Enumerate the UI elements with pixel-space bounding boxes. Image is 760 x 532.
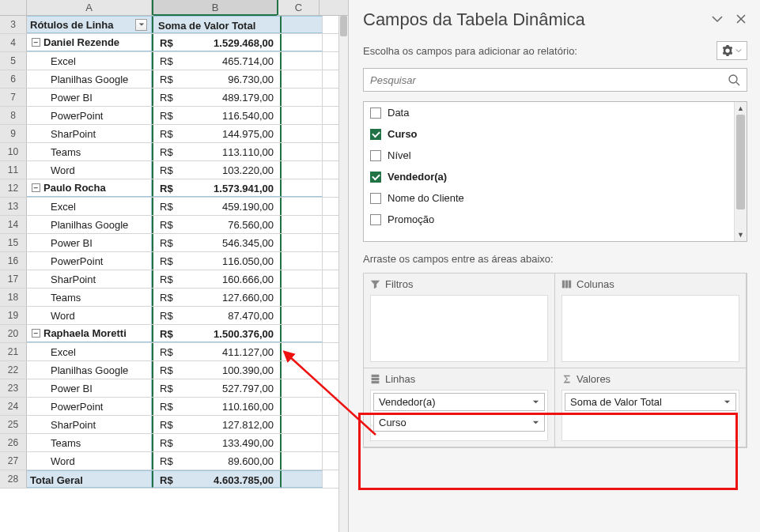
col-header-a[interactable]: A bbox=[27, 0, 152, 15]
row-number[interactable]: 12 bbox=[0, 179, 27, 197]
field-item[interactable]: Promoção bbox=[364, 209, 747, 230]
row-label-cell[interactable]: Teams bbox=[27, 434, 152, 451]
row-number[interactable]: 27 bbox=[0, 452, 27, 470]
row-label-cell[interactable]: Word bbox=[27, 452, 152, 470]
empty-cell[interactable] bbox=[282, 143, 323, 160]
row-number[interactable]: 18 bbox=[0, 289, 27, 306]
empty-cell[interactable] bbox=[282, 125, 323, 142]
value-cell[interactable]: R$100.390,00 bbox=[152, 361, 282, 379]
row-number[interactable]: 25 bbox=[0, 416, 27, 433]
empty-cell[interactable] bbox=[282, 307, 323, 324]
row-label-cell[interactable]: Teams bbox=[27, 289, 152, 306]
empty-cell[interactable] bbox=[282, 16, 323, 33]
row-number[interactable]: 13 bbox=[0, 198, 27, 215]
row-labels-filter-button[interactable] bbox=[135, 19, 147, 31]
empty-cell[interactable] bbox=[282, 434, 323, 451]
value-cell[interactable]: R$89.600,00 bbox=[152, 452, 282, 470]
value-cell[interactable]: R$127.660,00 bbox=[152, 289, 282, 306]
row-number[interactable]: 6 bbox=[0, 70, 27, 88]
field-pill[interactable]: Curso bbox=[373, 413, 545, 432]
empty-cell[interactable] bbox=[282, 70, 323, 88]
collapse-button[interactable]: − bbox=[32, 38, 40, 47]
row-number[interactable]: 15 bbox=[0, 234, 27, 251]
row-number[interactable]: 22 bbox=[0, 361, 27, 379]
empty-cell[interactable] bbox=[282, 216, 323, 233]
empty-cell[interactable] bbox=[282, 379, 323, 397]
empty-cell[interactable] bbox=[282, 89, 323, 106]
row-number[interactable]: 17 bbox=[0, 270, 27, 288]
values-area[interactable]: Valores Soma de Valor Total bbox=[554, 368, 747, 447]
empty-cell[interactable] bbox=[282, 252, 323, 270]
field-list-scrollbar[interactable]: ▲ ▼ bbox=[734, 102, 747, 241]
row-label-cell[interactable]: −Raphaela Moretti bbox=[27, 325, 152, 342]
empty-cell[interactable] bbox=[282, 361, 323, 379]
search-input[interactable] bbox=[370, 74, 728, 86]
row-number[interactable]: 5 bbox=[0, 52, 27, 70]
row-label-cell[interactable]: Excel bbox=[27, 52, 152, 70]
row-number[interactable]: 10 bbox=[0, 143, 27, 160]
collapse-button[interactable]: − bbox=[32, 329, 40, 338]
empty-cell[interactable] bbox=[282, 398, 323, 415]
value-cell[interactable]: R$110.160,00 bbox=[152, 398, 282, 415]
row-label-cell[interactable]: Excel bbox=[27, 198, 152, 215]
field-pill[interactable]: Soma de Valor Total bbox=[565, 393, 736, 411]
checkbox[interactable] bbox=[370, 172, 381, 183]
empty-cell[interactable] bbox=[282, 161, 323, 179]
value-cell[interactable]: R$133.490,00 bbox=[152, 434, 282, 451]
scroll-thumb[interactable] bbox=[736, 115, 745, 209]
sheet-scrollbar[interactable] bbox=[338, 16, 348, 532]
sheet-scrollbar-thumb[interactable] bbox=[340, 16, 347, 36]
row-number[interactable]: 11 bbox=[0, 161, 27, 179]
empty-cell[interactable] bbox=[282, 470, 323, 488]
empty-cell[interactable] bbox=[282, 198, 323, 215]
row-label-cell[interactable]: SharPoint bbox=[27, 270, 152, 288]
empty-cell[interactable] bbox=[282, 452, 323, 470]
value-cell[interactable]: R$546.345,00 bbox=[152, 234, 282, 251]
value-cell[interactable]: R$76.560,00 bbox=[152, 216, 282, 233]
columns-area[interactable]: Colunas bbox=[554, 273, 747, 368]
row-label-cell[interactable]: PowerPoint bbox=[27, 107, 152, 124]
filters-area[interactable]: Filtros bbox=[363, 273, 555, 368]
empty-cell[interactable] bbox=[282, 52, 323, 70]
row-label-cell[interactable]: Power BI bbox=[27, 379, 152, 397]
field-item[interactable]: Curso bbox=[364, 123, 747, 145]
empty-cell[interactable] bbox=[282, 234, 323, 251]
row-number[interactable]: 14 bbox=[0, 216, 27, 233]
values-header[interactable]: Soma de Valor Total bbox=[152, 16, 282, 33]
row-number[interactable]: 26 bbox=[0, 434, 27, 451]
row-number[interactable]: 28 bbox=[0, 470, 27, 488]
row-number[interactable]: 9 bbox=[0, 125, 27, 142]
row-number[interactable]: 20 bbox=[0, 325, 27, 342]
row-label-cell[interactable]: −Paulo Rocha bbox=[27, 179, 152, 197]
row-label-cell[interactable]: Teams bbox=[27, 143, 152, 160]
search-box[interactable] bbox=[363, 68, 747, 92]
row-label-cell[interactable]: SharPoint bbox=[27, 416, 152, 433]
value-cell[interactable]: R$116.050,00 bbox=[152, 252, 282, 270]
value-cell[interactable]: R$103.220,00 bbox=[152, 161, 282, 179]
row-label-cell[interactable]: PowerPoint bbox=[27, 398, 152, 415]
empty-cell[interactable] bbox=[282, 289, 323, 306]
value-cell[interactable]: R$465.714,00 bbox=[152, 52, 282, 70]
value-cell[interactable]: R$459.190,00 bbox=[152, 198, 282, 215]
field-item[interactable]: Nível bbox=[364, 145, 747, 166]
checkbox[interactable] bbox=[370, 214, 381, 225]
row-number[interactable]: 16 bbox=[0, 252, 27, 270]
col-header-c[interactable]: C bbox=[278, 0, 320, 15]
settings-button[interactable] bbox=[717, 41, 747, 60]
row-number[interactable]: 19 bbox=[0, 307, 27, 324]
select-all-corner[interactable] bbox=[0, 0, 27, 15]
row-number[interactable]: 23 bbox=[0, 379, 27, 397]
row-number[interactable]: 24 bbox=[0, 398, 27, 415]
value-cell[interactable]: R$1.529.468,00 bbox=[152, 34, 282, 51]
chevron-down-icon[interactable] bbox=[711, 13, 724, 28]
value-cell[interactable]: R$527.797,00 bbox=[152, 379, 282, 397]
scroll-down-arrow[interactable]: ▼ bbox=[735, 228, 747, 241]
value-cell[interactable]: R$1.500.376,00 bbox=[152, 325, 282, 342]
row-label-cell[interactable]: Planilhas Google bbox=[27, 216, 152, 233]
empty-cell[interactable] bbox=[282, 179, 323, 197]
col-header-b[interactable]: B bbox=[152, 0, 278, 15]
empty-cell[interactable] bbox=[282, 325, 323, 342]
value-cell[interactable]: R$411.127,00 bbox=[152, 343, 282, 360]
checkbox[interactable] bbox=[370, 150, 381, 161]
row-label-cell[interactable]: Power BI bbox=[27, 89, 152, 106]
